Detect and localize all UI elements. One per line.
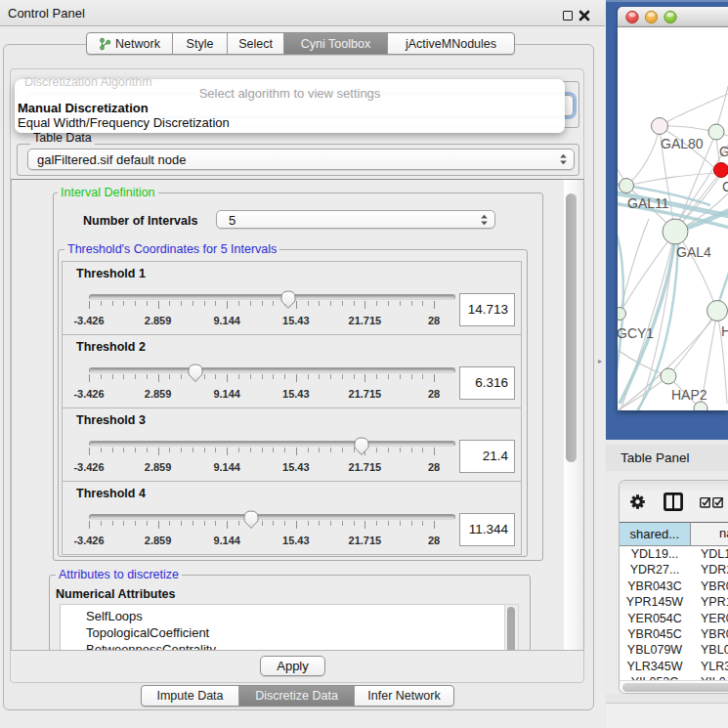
svg-text:HAP2: HAP2: [671, 387, 707, 403]
svg-text:GAL11: GAL11: [627, 195, 669, 211]
svg-text:GAL80: GAL80: [661, 136, 704, 151]
svg-text:CYC: CYC: [722, 179, 728, 194]
svg-text:GCY1: GCY1: [618, 325, 654, 341]
svg-text:GAL80: GAL80: [719, 144, 728, 159]
svg-text:GAL4: GAL4: [676, 244, 711, 260]
svg-text:HIS: HIS: [721, 323, 728, 339]
